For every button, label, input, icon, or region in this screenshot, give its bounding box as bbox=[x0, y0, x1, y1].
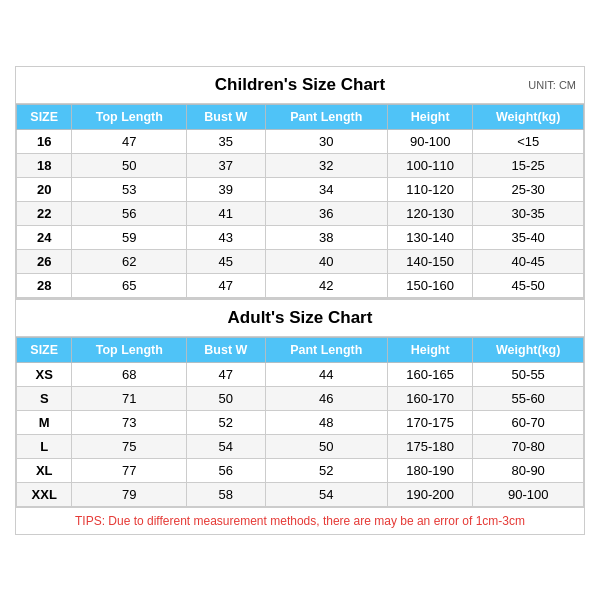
children-cell: 65 bbox=[72, 273, 187, 297]
adult-cell: 80-90 bbox=[473, 458, 584, 482]
children-table-row: 18503732100-11015-25 bbox=[17, 153, 584, 177]
adult-cell: 160-170 bbox=[387, 386, 472, 410]
tips-row: TIPS: Due to different measurement metho… bbox=[16, 507, 584, 534]
children-cell: 32 bbox=[265, 153, 387, 177]
children-cell: 50 bbox=[72, 153, 187, 177]
adult-cell: 55-60 bbox=[473, 386, 584, 410]
adult-cell: 50-55 bbox=[473, 362, 584, 386]
children-cell: 45-50 bbox=[473, 273, 584, 297]
children-cell: 30 bbox=[265, 129, 387, 153]
adult-cell: 175-180 bbox=[387, 434, 472, 458]
adult-col-weight: Weight(kg) bbox=[473, 337, 584, 362]
adult-title: Adult's Size Chart bbox=[228, 308, 373, 328]
children-table-row: 24594338130-14035-40 bbox=[17, 225, 584, 249]
adult-cell: 160-165 bbox=[387, 362, 472, 386]
children-cell: 36 bbox=[265, 201, 387, 225]
adult-cell: M bbox=[17, 410, 72, 434]
size-chart-container: Children's Size Chart UNIT: CM SIZE Top … bbox=[15, 66, 585, 535]
adult-cell: 46 bbox=[265, 386, 387, 410]
adult-cell: 180-190 bbox=[387, 458, 472, 482]
adult-col-top-length: Top Length bbox=[72, 337, 187, 362]
children-table-row: 26624540140-15040-45 bbox=[17, 249, 584, 273]
adult-table: SIZE Top Length Bust W Pant Length Heigh… bbox=[16, 337, 584, 507]
children-cell: 16 bbox=[17, 129, 72, 153]
children-cell: 140-150 bbox=[387, 249, 472, 273]
adult-title-row: Adult's Size Chart bbox=[16, 298, 584, 337]
adult-cell: XS bbox=[17, 362, 72, 386]
children-cell: 110-120 bbox=[387, 177, 472, 201]
adult-cell: 47 bbox=[187, 362, 265, 386]
children-cell: 35 bbox=[187, 129, 265, 153]
children-table-row: 28654742150-16045-50 bbox=[17, 273, 584, 297]
children-cell: 130-140 bbox=[387, 225, 472, 249]
col-top-length: Top Length bbox=[72, 104, 187, 129]
adult-cell: L bbox=[17, 434, 72, 458]
children-cell: 28 bbox=[17, 273, 72, 297]
adult-col-bust-w: Bust W bbox=[187, 337, 265, 362]
adult-table-row: XL775652180-19080-90 bbox=[17, 458, 584, 482]
children-cell: 62 bbox=[72, 249, 187, 273]
children-cell: <15 bbox=[473, 129, 584, 153]
children-cell: 25-30 bbox=[473, 177, 584, 201]
col-weight: Weight(kg) bbox=[473, 104, 584, 129]
children-table-row: 22564136120-13030-35 bbox=[17, 201, 584, 225]
tips-text: TIPS: Due to different measurement metho… bbox=[75, 514, 525, 528]
children-cell: 53 bbox=[72, 177, 187, 201]
adult-cell: 90-100 bbox=[473, 482, 584, 506]
adult-cell: 52 bbox=[265, 458, 387, 482]
adult-cell: 79 bbox=[72, 482, 187, 506]
adult-col-size: SIZE bbox=[17, 337, 72, 362]
adult-cell: 68 bbox=[72, 362, 187, 386]
adult-cell: 50 bbox=[265, 434, 387, 458]
children-cell: 34 bbox=[265, 177, 387, 201]
adult-cell: 56 bbox=[187, 458, 265, 482]
children-cell: 18 bbox=[17, 153, 72, 177]
children-cell: 26 bbox=[17, 249, 72, 273]
children-cell: 90-100 bbox=[387, 129, 472, 153]
children-cell: 120-130 bbox=[387, 201, 472, 225]
unit-label: UNIT: CM bbox=[528, 79, 576, 91]
children-table-row: 1647353090-100<15 bbox=[17, 129, 584, 153]
adult-cell: 54 bbox=[187, 434, 265, 458]
adult-cell: 52 bbox=[187, 410, 265, 434]
children-cell: 47 bbox=[187, 273, 265, 297]
children-cell: 35-40 bbox=[473, 225, 584, 249]
adult-cell: 44 bbox=[265, 362, 387, 386]
adult-cell: 54 bbox=[265, 482, 387, 506]
children-cell: 40 bbox=[265, 249, 387, 273]
adult-cell: 48 bbox=[265, 410, 387, 434]
children-cell: 150-160 bbox=[387, 273, 472, 297]
adult-col-pant-length: Pant Length bbox=[265, 337, 387, 362]
adult-cell: XXL bbox=[17, 482, 72, 506]
children-cell: 20 bbox=[17, 177, 72, 201]
children-cell: 39 bbox=[187, 177, 265, 201]
adult-cell: 190-200 bbox=[387, 482, 472, 506]
col-bust-w: Bust W bbox=[187, 104, 265, 129]
col-height: Height bbox=[387, 104, 472, 129]
adult-cell: 75 bbox=[72, 434, 187, 458]
children-cell: 56 bbox=[72, 201, 187, 225]
children-cell: 15-25 bbox=[473, 153, 584, 177]
children-cell: 59 bbox=[72, 225, 187, 249]
children-header-row: SIZE Top Length Bust W Pant Length Heigh… bbox=[17, 104, 584, 129]
children-cell: 41 bbox=[187, 201, 265, 225]
adult-table-row: L755450175-18070-80 bbox=[17, 434, 584, 458]
adult-cell: 60-70 bbox=[473, 410, 584, 434]
adult-table-row: XS684744160-16550-55 bbox=[17, 362, 584, 386]
children-cell: 38 bbox=[265, 225, 387, 249]
adult-table-row: M735248170-17560-70 bbox=[17, 410, 584, 434]
children-cell: 45 bbox=[187, 249, 265, 273]
children-title-row: Children's Size Chart UNIT: CM bbox=[16, 67, 584, 104]
col-size: SIZE bbox=[17, 104, 72, 129]
adult-cell: 71 bbox=[72, 386, 187, 410]
adult-cell: 170-175 bbox=[387, 410, 472, 434]
adult-cell: 58 bbox=[187, 482, 265, 506]
children-cell: 22 bbox=[17, 201, 72, 225]
adult-col-height: Height bbox=[387, 337, 472, 362]
adult-cell: 73 bbox=[72, 410, 187, 434]
children-cell: 40-45 bbox=[473, 249, 584, 273]
children-cell: 30-35 bbox=[473, 201, 584, 225]
adult-header-row: SIZE Top Length Bust W Pant Length Heigh… bbox=[17, 337, 584, 362]
adult-cell: XL bbox=[17, 458, 72, 482]
children-table-row: 20533934110-12025-30 bbox=[17, 177, 584, 201]
